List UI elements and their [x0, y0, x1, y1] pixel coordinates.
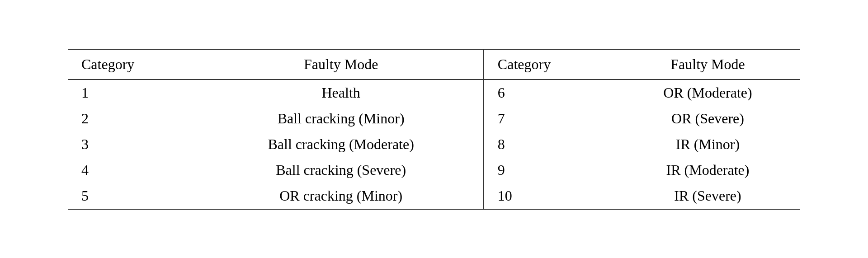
table-row: 3Ball cracking (Moderate)8IR (Minor): [68, 131, 800, 157]
fault-category-table: Category Faulty Mode Category Faulty Mod…: [68, 49, 800, 210]
faulty-mode-right: OR (Severe): [615, 106, 800, 131]
faulty-mode-left: Health: [198, 80, 483, 106]
table-row: 1Health6OR (Moderate): [68, 80, 800, 106]
category-left: 5: [68, 183, 198, 209]
category-right: 8: [484, 131, 615, 157]
table-container: Category Faulty Mode Category Faulty Mod…: [50, 40, 818, 219]
table-row: 4Ball cracking (Severe)9IR (Moderate): [68, 157, 800, 183]
faulty-mode-left: Ball cracking (Moderate): [198, 131, 483, 157]
faulty-mode-left: OR cracking (Minor): [198, 183, 483, 209]
category-right: 7: [484, 106, 615, 131]
category-right: 9: [484, 157, 615, 183]
category-left: 1: [68, 80, 198, 106]
faulty-mode-right: IR (Severe): [615, 183, 800, 209]
header-faulty-mode-right: Faulty Mode: [615, 49, 800, 80]
header-faulty-mode-left: Faulty Mode: [198, 49, 483, 80]
table-header-row: Category Faulty Mode Category Faulty Mod…: [68, 49, 800, 80]
faulty-mode-right: IR (Moderate): [615, 157, 800, 183]
category-left: 3: [68, 131, 198, 157]
header-category-left: Category: [68, 49, 198, 80]
category-right: 6: [484, 80, 615, 106]
category-right: 10: [484, 183, 615, 209]
faulty-mode-right: IR (Minor): [615, 131, 800, 157]
table-row: 2Ball cracking (Minor)7OR (Severe): [68, 106, 800, 131]
header-category-right: Category: [484, 49, 615, 80]
faulty-mode-left: Ball cracking (Severe): [198, 157, 483, 183]
faulty-mode-right: OR (Moderate): [615, 80, 800, 106]
category-left: 2: [68, 106, 198, 131]
table-row: 5OR cracking (Minor)10IR (Severe): [68, 183, 800, 209]
category-left: 4: [68, 157, 198, 183]
faulty-mode-left: Ball cracking (Minor): [198, 106, 483, 131]
